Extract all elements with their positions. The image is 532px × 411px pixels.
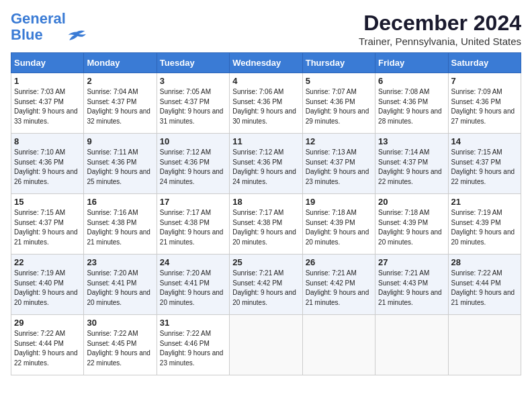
day-info: Sunrise: 7:22 AMSunset: 4:44 PMDaylight:… <box>14 329 81 368</box>
calendar-cell: 12Sunrise: 7:13 AMSunset: 4:37 PMDayligh… <box>302 134 375 194</box>
logo-line1: General <box>11 10 66 27</box>
calendar-cell: 30Sunrise: 7:22 AMSunset: 4:45 PMDayligh… <box>84 315 157 375</box>
day-number: 5 <box>306 76 372 86</box>
calendar-week-row: 15Sunrise: 7:15 AMSunset: 4:37 PMDayligh… <box>11 194 521 255</box>
header-sunday: Sunday <box>11 53 84 73</box>
calendar-week-row: 29Sunrise: 7:22 AMSunset: 4:44 PMDayligh… <box>11 315 521 375</box>
calendar-cell: 24Sunrise: 7:20 AMSunset: 4:41 PMDayligh… <box>157 255 229 315</box>
day-number: 25 <box>232 257 299 267</box>
day-number: 8 <box>14 136 81 146</box>
calendar-week-row: 8Sunrise: 7:10 AMSunset: 4:36 PMDaylight… <box>11 134 521 194</box>
day-number: 10 <box>160 136 226 146</box>
day-number: 22 <box>14 257 81 267</box>
day-info: Sunrise: 7:04 AMSunset: 4:37 PMDaylight:… <box>87 87 153 126</box>
calendar-table: SundayMondayTuesdayWednesdayThursdayFrid… <box>11 52 521 375</box>
day-number: 2 <box>87 76 153 86</box>
day-number: 19 <box>306 197 372 207</box>
calendar-header-row: SundayMondayTuesdayWednesdayThursdayFrid… <box>11 53 521 73</box>
logo-text: General Blue <box>11 11 66 43</box>
calendar-week-row: 1Sunrise: 7:03 AMSunset: 4:37 PMDaylight… <box>11 73 521 134</box>
day-info: Sunrise: 7:18 AMSunset: 4:39 PMDaylight:… <box>306 208 372 247</box>
logo-bird-icon <box>67 30 86 42</box>
calendar-cell: 9Sunrise: 7:11 AMSunset: 4:36 PMDaylight… <box>84 134 157 194</box>
day-number: 9 <box>87 136 153 146</box>
logo-line2: Blue <box>11 26 43 43</box>
calendar-cell: 28Sunrise: 7:22 AMSunset: 4:44 PMDayligh… <box>448 255 521 315</box>
calendar-cell <box>302 315 375 375</box>
calendar-cell <box>448 315 521 375</box>
calendar-cell: 26Sunrise: 7:21 AMSunset: 4:42 PMDayligh… <box>302 255 375 315</box>
day-number: 18 <box>232 197 299 207</box>
calendar-cell: 11Sunrise: 7:12 AMSunset: 4:36 PMDayligh… <box>230 134 302 194</box>
title-block: December 2024 Trainer, Pennsylvania, Uni… <box>359 11 521 47</box>
calendar-cell: 3Sunrise: 7:05 AMSunset: 4:37 PMDaylight… <box>157 73 229 134</box>
day-number: 4 <box>232 76 299 86</box>
day-number: 7 <box>451 76 518 86</box>
day-number: 29 <box>14 318 81 328</box>
day-info: Sunrise: 7:07 AMSunset: 4:36 PMDaylight:… <box>306 87 372 126</box>
header-saturday: Saturday <box>448 53 521 73</box>
calendar-cell: 19Sunrise: 7:18 AMSunset: 4:39 PMDayligh… <box>302 194 375 255</box>
day-number: 26 <box>306 257 372 267</box>
header-friday: Friday <box>375 53 448 73</box>
page-title: December 2024 <box>359 11 521 36</box>
day-number: 24 <box>160 257 226 267</box>
day-info: Sunrise: 7:21 AMSunset: 4:42 PMDaylight:… <box>232 269 299 308</box>
calendar-cell: 21Sunrise: 7:19 AMSunset: 4:39 PMDayligh… <box>448 194 521 255</box>
page-subtitle: Trainer, Pennsylvania, United States <box>359 36 521 47</box>
calendar-cell <box>230 315 302 375</box>
day-info: Sunrise: 7:17 AMSunset: 4:38 PMDaylight:… <box>160 208 226 247</box>
calendar-cell: 14Sunrise: 7:15 AMSunset: 4:37 PMDayligh… <box>448 134 521 194</box>
day-info: Sunrise: 7:12 AMSunset: 4:36 PMDaylight:… <box>232 148 299 187</box>
calendar-cell: 1Sunrise: 7:03 AMSunset: 4:37 PMDaylight… <box>11 73 84 134</box>
day-number: 20 <box>378 197 445 207</box>
calendar-cell: 13Sunrise: 7:14 AMSunset: 4:37 PMDayligh… <box>375 134 448 194</box>
header-wednesday: Wednesday <box>230 53 302 73</box>
day-number: 6 <box>378 76 445 86</box>
day-info: Sunrise: 7:14 AMSunset: 4:37 PMDaylight:… <box>378 148 445 187</box>
day-info: Sunrise: 7:03 AMSunset: 4:37 PMDaylight:… <box>14 87 81 126</box>
day-number: 21 <box>451 197 518 207</box>
day-number: 1 <box>14 76 81 86</box>
calendar-cell: 8Sunrise: 7:10 AMSunset: 4:36 PMDaylight… <box>11 134 84 194</box>
calendar-cell: 2Sunrise: 7:04 AMSunset: 4:37 PMDaylight… <box>84 73 157 134</box>
day-number: 23 <box>87 257 153 267</box>
day-info: Sunrise: 7:11 AMSunset: 4:36 PMDaylight:… <box>87 148 153 187</box>
day-number: 13 <box>378 136 445 146</box>
page-header: General Blue December 2024 Trainer, Penn… <box>11 11 521 47</box>
day-info: Sunrise: 7:08 AMSunset: 4:36 PMDaylight:… <box>378 87 445 126</box>
calendar-cell: 20Sunrise: 7:18 AMSunset: 4:39 PMDayligh… <box>375 194 448 255</box>
calendar-cell: 23Sunrise: 7:20 AMSunset: 4:41 PMDayligh… <box>84 255 157 315</box>
calendar-cell: 25Sunrise: 7:21 AMSunset: 4:42 PMDayligh… <box>230 255 302 315</box>
day-info: Sunrise: 7:21 AMSunset: 4:43 PMDaylight:… <box>378 269 445 308</box>
day-info: Sunrise: 7:19 AMSunset: 4:40 PMDaylight:… <box>14 269 81 308</box>
calendar-cell: 15Sunrise: 7:15 AMSunset: 4:37 PMDayligh… <box>11 194 84 255</box>
day-info: Sunrise: 7:15 AMSunset: 4:37 PMDaylight:… <box>451 148 518 187</box>
day-number: 11 <box>232 136 299 146</box>
header-thursday: Thursday <box>302 53 375 73</box>
calendar-week-row: 22Sunrise: 7:19 AMSunset: 4:40 PMDayligh… <box>11 255 521 315</box>
day-info: Sunrise: 7:16 AMSunset: 4:38 PMDaylight:… <box>87 208 153 247</box>
calendar-cell: 6Sunrise: 7:08 AMSunset: 4:36 PMDaylight… <box>375 73 448 134</box>
calendar-cell: 22Sunrise: 7:19 AMSunset: 4:40 PMDayligh… <box>11 255 84 315</box>
day-number: 27 <box>378 257 445 267</box>
day-number: 15 <box>14 197 81 207</box>
day-number: 14 <box>451 136 518 146</box>
calendar-cell: 5Sunrise: 7:07 AMSunset: 4:36 PMDaylight… <box>302 73 375 134</box>
day-info: Sunrise: 7:06 AMSunset: 4:36 PMDaylight:… <box>232 87 299 126</box>
day-info: Sunrise: 7:17 AMSunset: 4:38 PMDaylight:… <box>232 208 299 247</box>
day-info: Sunrise: 7:12 AMSunset: 4:36 PMDaylight:… <box>160 148 226 187</box>
day-number: 17 <box>160 197 226 207</box>
day-info: Sunrise: 7:09 AMSunset: 4:36 PMDaylight:… <box>451 87 518 126</box>
day-number: 3 <box>160 76 226 86</box>
calendar-cell: 10Sunrise: 7:12 AMSunset: 4:36 PMDayligh… <box>157 134 229 194</box>
header-tuesday: Tuesday <box>157 53 229 73</box>
day-number: 16 <box>87 197 153 207</box>
day-info: Sunrise: 7:22 AMSunset: 4:44 PMDaylight:… <box>451 269 518 308</box>
day-number: 30 <box>87 318 153 328</box>
day-info: Sunrise: 7:22 AMSunset: 4:45 PMDaylight:… <box>87 329 153 368</box>
day-number: 12 <box>306 136 372 146</box>
day-info: Sunrise: 7:20 AMSunset: 4:41 PMDaylight:… <box>160 269 226 308</box>
day-info: Sunrise: 7:21 AMSunset: 4:42 PMDaylight:… <box>306 269 372 308</box>
day-info: Sunrise: 7:18 AMSunset: 4:39 PMDaylight:… <box>378 208 445 247</box>
